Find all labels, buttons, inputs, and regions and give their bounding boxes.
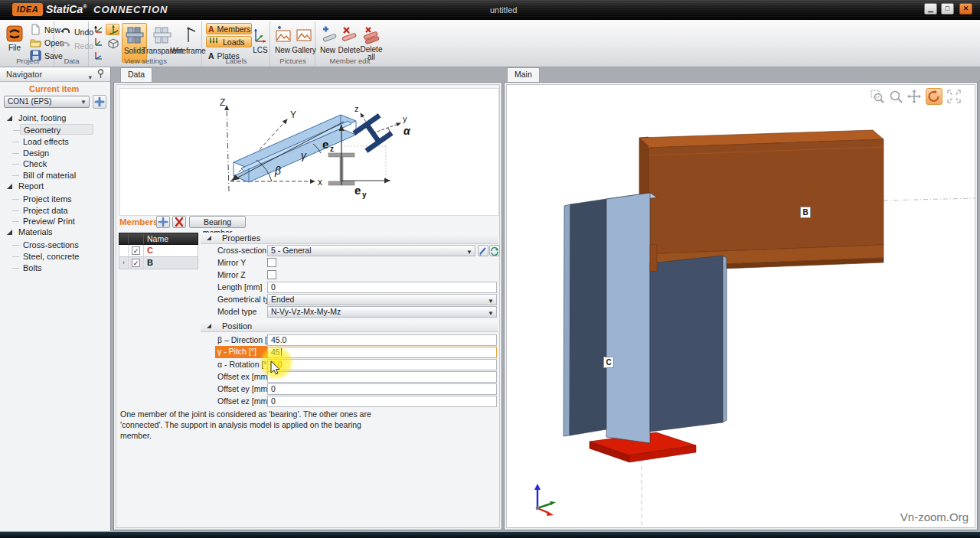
tree-item-steel-concrete[interactable]: Steel, concrete — [20, 251, 93, 262]
bearing-member-button[interactable]: Bearing member — [189, 216, 246, 228]
length-input[interactable]: 0 — [267, 282, 497, 293]
labels-members-button[interactable]: A Members — [206, 23, 252, 34]
offset-ey-input[interactable]: 0 — [267, 383, 497, 395]
diagram-beta-label: β — [274, 165, 281, 177]
beam-b[interactable] — [639, 130, 884, 272]
diagram-z-axis-label: Z — [220, 97, 225, 108]
file-button[interactable]: File — [3, 23, 26, 57]
member-checkbox[interactable]: ✓ — [132, 246, 140, 255]
model-type-dropdown[interactable]: N-Vy-Vz-Mx-My-Mz ▼ — [267, 306, 497, 318]
orientation-diagram: Z x Y β γ — [119, 88, 499, 216]
add-item-button[interactable] — [93, 95, 106, 109]
load-arrows-icon — [208, 36, 220, 47]
minimize-button[interactable]: ▁ — [924, 3, 937, 15]
tree-section-materials[interactable]: Materials — [0, 227, 111, 238]
member-label-c[interactable]: C — [603, 357, 614, 368]
beta-direction-input[interactable]: 45.0 — [267, 334, 497, 346]
name-column-header: Name — [144, 233, 198, 244]
labels-loads-button[interactable]: Loads — [206, 36, 252, 47]
tree-item-cross-sections[interactable]: Cross-sections — [20, 240, 93, 250]
tree-section-label: Materials — [18, 227, 53, 236]
field-row-model-type: Model type N-Vy-Vz-Mx-My-Mz ▼ — [201, 306, 498, 318]
viewport-3d[interactable]: B C Vn-zoom.Org — [506, 84, 975, 528]
gallery-button-label: Gallery — [292, 46, 316, 54]
offset-ex-label: Offset ex [mm] — [217, 372, 270, 381]
cross-section-dropdown[interactable]: 5 - General ▼ — [267, 245, 475, 256]
delete-member-button[interactable] — [172, 216, 186, 228]
member-delete-all-icon — [362, 26, 381, 44]
tree-item-project-data[interactable]: Project data — [20, 205, 93, 216]
tree-section-report[interactable]: Report — [0, 181, 111, 192]
field-row-geometrical-type: Geometrical type Ended ▼ — [201, 294, 498, 305]
undo-icon — [60, 26, 71, 37]
field-row-cross-section: Cross-section 5 - General ▼ — [201, 245, 498, 256]
offset-ez-input[interactable]: 0 — [267, 396, 497, 407]
tree-item-design[interactable]: Design — [20, 148, 93, 158]
alpha-rotation-input[interactable]: 0.0 — [267, 359, 497, 370]
statica-text: StatiCa — [46, 3, 83, 15]
axis-view-1-button[interactable] — [91, 24, 104, 35]
diagram-x-axis-label: x — [318, 177, 322, 187]
field-row-gamma-pitch: γ - Pitch [°] 45 — [201, 347, 498, 358]
ribbon-group-project: File New Open Save Project — [2, 21, 54, 66]
picture-new-label: New — [275, 46, 290, 54]
member-delete-icon — [340, 26, 358, 44]
table-row[interactable]: › ✓ B — [119, 257, 198, 269]
solids-icon — [125, 25, 145, 45]
statica-logo: StatiCa® — [46, 3, 87, 15]
geometrical-type-dropdown[interactable]: Ended ▼ — [267, 294, 497, 305]
collapse-icon — [207, 236, 211, 240]
tree-item-bolts[interactable]: Bolts — [20, 262, 93, 273]
transparent-icon — [152, 25, 172, 45]
navigator-header: Navigator ▾ — [0, 67, 110, 82]
offset-ex-input[interactable] — [267, 371, 497, 383]
wireframe-button-label: Wireframe — [170, 47, 205, 55]
pin-icon[interactable] — [97, 69, 104, 79]
field-row-length: Length [mm] 0 — [201, 282, 498, 293]
field-row-offset-ez: Offset ez [mm] 0 — [201, 396, 498, 407]
diagram-y-axis-label: Y — [290, 109, 296, 120]
tree-item-bill-of-material[interactable]: Bill of material — [20, 170, 93, 181]
diagram-ez-subscript: z — [330, 145, 334, 153]
members-table-header: Name — [119, 233, 198, 245]
add-member-button[interactable] — [156, 216, 170, 228]
navigator-menu-icon[interactable]: ▾ — [88, 70, 92, 84]
tree-item-project-items[interactable]: Project items — [20, 194, 93, 204]
member-checkbox[interactable]: ✓ — [132, 259, 140, 267]
maximize-button[interactable]: □ — [941, 3, 954, 15]
tree-section-joint-footing[interactable]: Joint, footing — [0, 113, 111, 124]
edit-cross-section-button[interactable] — [478, 245, 488, 256]
view-settings-group-label: View settings — [90, 57, 201, 65]
isometric-view-button[interactable] — [106, 24, 119, 35]
tree-expand-icon — [7, 116, 12, 121]
perspective-cube-button[interactable] — [106, 38, 119, 50]
status-bar — [0, 532, 980, 538]
mirror-y-checkbox[interactable] — [267, 258, 276, 267]
mirror-z-checkbox[interactable] — [267, 270, 276, 279]
diagram-local-y-label: y — [403, 114, 407, 123]
gamma-pitch-input[interactable]: 45 — [267, 347, 497, 358]
refresh-cross-section-button[interactable] — [489, 245, 500, 256]
properties-section-header[interactable]: Properties — [201, 233, 498, 244]
tab-data[interactable]: Data — [120, 67, 152, 82]
tree-item-preview-print[interactable]: Preview/ Print — [20, 216, 93, 227]
diagram-gamma-label: γ — [301, 149, 307, 161]
properties-section-title: Properties — [222, 233, 260, 243]
mirror-z-label: Mirror Z — [217, 270, 246, 279]
navigator-panel: Navigator ▾ Current item CON1 (EPS) ▼ Jo… — [0, 67, 111, 531]
tab-main[interactable]: Main — [507, 67, 540, 82]
table-row[interactable]: ✓ C — [119, 245, 198, 257]
beam-end-plate — [650, 244, 657, 272]
cross-section-value: 5 - General — [271, 246, 312, 255]
tree-item-geometry[interactable]: Geometry — [20, 124, 93, 135]
axis-view-2-button[interactable] — [91, 37, 104, 48]
watermark: Vn-zoom.Org — [900, 510, 969, 523]
tree-item-check[interactable]: Check — [20, 158, 93, 169]
tree-item-load-effects[interactable]: Load effects — [20, 136, 93, 147]
field-row-beta-direction: β – Direction [°] 45.0 — [201, 334, 498, 346]
ribbon-group-pictures: New Gallery Pictures — [271, 21, 315, 66]
close-button[interactable]: ✕ — [959, 3, 972, 15]
member-label-b[interactable]: B — [800, 207, 811, 218]
current-item-dropdown[interactable]: CON1 (EPS) ▼ — [4, 96, 90, 108]
position-section-header[interactable]: Position — [201, 321, 498, 332]
